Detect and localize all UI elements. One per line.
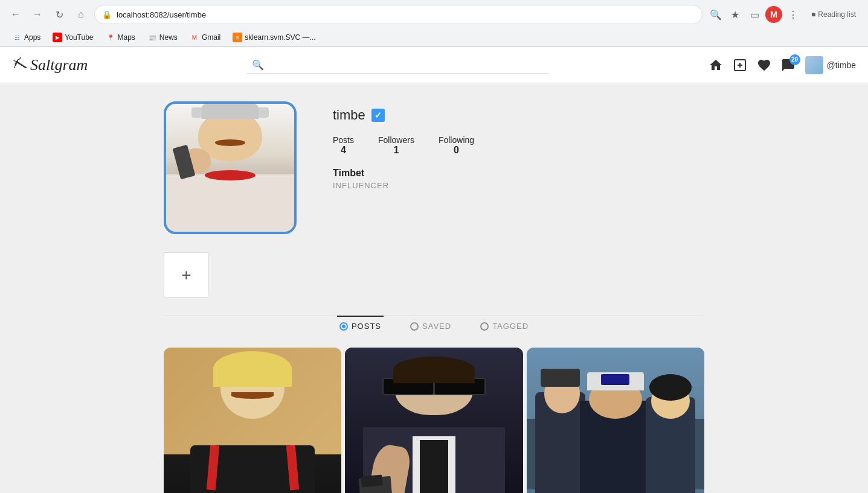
add-icon: [733, 58, 747, 72]
tab-tagged[interactable]: Tagged: [478, 316, 531, 336]
more-options-button[interactable]: ⋮: [785, 6, 802, 23]
stat-followers-value: 1: [378, 145, 414, 156]
search-icon: 🔍: [252, 59, 264, 71]
lock-icon: 🔒: [102, 10, 112, 19]
profile-username: timbe: [333, 107, 365, 123]
posts-tabs: Posts Saved Tagged: [164, 316, 704, 336]
browser-right-icons: 🔍 ★ ▭ M ⋮: [707, 6, 802, 23]
add-post-area: +: [164, 252, 704, 297]
search-input[interactable]: [269, 60, 544, 69]
profile-picture-wrapper: [164, 101, 297, 234]
profile-top: timbe ✓ Posts 4 Followers 1 Following 0: [164, 101, 704, 234]
maps-favicon-icon: 📍: [106, 33, 115, 42]
app-header: ⛏ Saltgram 🔍 20: [0, 47, 868, 83]
header-actions: 20 @timbe: [709, 56, 856, 74]
gmail-favicon-icon: M: [190, 33, 199, 42]
stat-posts-value: 4: [333, 145, 354, 156]
profile-picture: [164, 101, 297, 234]
bookmark-maps-label: Maps: [118, 33, 135, 42]
bookmark-apps[interactable]: ☷ Apps: [7, 30, 45, 45]
profile-role: INFLUENCER: [333, 181, 704, 190]
tab-tagged-radio: [480, 322, 489, 331]
reading-list-label: Reading list: [818, 10, 856, 19]
bookmark-maps[interactable]: 📍 Maps: [101, 30, 140, 45]
stat-following: Following 0: [439, 135, 474, 156]
profile-container: timbe ✓ Posts 4 Followers 1 Following 0: [152, 101, 716, 493]
search-browser-button[interactable]: 🔍: [707, 6, 724, 23]
add-post-button[interactable]: +: [164, 252, 209, 297]
bookmark-news[interactable]: 📰 News: [143, 30, 182, 45]
profile-info: timbe ✓ Posts 4 Followers 1 Following 0: [333, 101, 704, 190]
sklearn-favicon-icon: S: [233, 33, 242, 42]
refresh-button[interactable]: ↻: [51, 6, 68, 23]
stat-posts: Posts 4: [333, 135, 354, 156]
bookmark-news-label: News: [159, 33, 178, 42]
browser-toolbar: ← → ↻ ⌂ 🔒 localhost:8082/user/timbe 🔍 ★ …: [0, 0, 868, 29]
add-post-plus-icon: +: [181, 266, 191, 285]
stat-followers-label: Followers: [378, 135, 414, 145]
address-text: localhost:8082/user/timbe: [117, 10, 695, 19]
extensions-button[interactable]: ▭: [746, 6, 763, 23]
home-nav-button[interactable]: ⌂: [72, 6, 89, 23]
profile-username-row: timbe ✓: [333, 107, 704, 123]
post-item[interactable]: [527, 348, 704, 493]
reading-list-icon: ■: [811, 10, 815, 19]
tab-posts-label: Posts: [352, 322, 381, 331]
bookmark-youtube-label: YouTube: [65, 33, 93, 42]
bookmark-gmail[interactable]: M Gmail: [185, 30, 225, 45]
user-profile-button[interactable]: @timbe: [805, 56, 856, 74]
profile-display-name: Timbet: [333, 168, 704, 179]
forward-button[interactable]: →: [29, 6, 46, 23]
chrome-profile-avatar[interactable]: M: [765, 6, 782, 23]
messages-button[interactable]: 20: [781, 58, 796, 72]
posts-grid: [164, 348, 704, 493]
tab-saved[interactable]: Saved: [408, 316, 454, 336]
tab-saved-radio: [410, 322, 419, 331]
stat-posts-label: Posts: [333, 135, 354, 145]
apps-favicon-icon: ☷: [12, 33, 22, 42]
bookmark-apps-label: Apps: [24, 33, 40, 42]
logo-icon: ⛏: [10, 54, 29, 75]
post-item[interactable]: [164, 348, 341, 493]
heart-icon: [757, 58, 771, 72]
bookmark-sklearn[interactable]: S sklearn.svm.SVC —...: [228, 30, 320, 45]
browser-chrome: ← → ↻ ⌂ 🔒 localhost:8082/user/timbe 🔍 ★ …: [0, 0, 868, 47]
verified-badge: ✓: [371, 109, 385, 122]
profile-stats: Posts 4 Followers 1 Following 0: [333, 135, 704, 156]
home-button[interactable]: [709, 58, 723, 72]
username-display: @timbe: [827, 60, 856, 70]
tab-posts[interactable]: Posts: [337, 316, 384, 336]
youtube-favicon-icon: ▶: [53, 33, 62, 42]
tab-tagged-label: Tagged: [492, 322, 529, 331]
tab-saved-label: Saved: [422, 322, 451, 331]
news-favicon-icon: 📰: [147, 33, 157, 42]
logo-text: Saltgram: [30, 56, 88, 74]
search-bar: 🔍: [247, 57, 549, 74]
stat-followers: Followers 1: [378, 135, 414, 156]
user-avatar: [805, 56, 823, 74]
back-button[interactable]: ←: [7, 6, 24, 23]
home-icon: [709, 58, 723, 72]
main-content: timbe ✓ Posts 4 Followers 1 Following 0: [0, 83, 868, 493]
tab-posts-radio: [339, 322, 348, 331]
stat-following-value: 0: [439, 145, 474, 156]
bookmark-gmail-label: Gmail: [202, 33, 220, 42]
notification-badge: 20: [789, 54, 800, 65]
stat-following-label: Following: [439, 135, 474, 145]
bookmarks-bar: ☷ Apps ▶ YouTube 📍 Maps 📰 News M Gmail S…: [0, 29, 868, 46]
app-logo[interactable]: ⛏ Saltgram: [12, 56, 88, 74]
add-post-header-button[interactable]: [733, 58, 747, 72]
likes-button[interactable]: [757, 58, 771, 72]
bookmark-sklearn-label: sklearn.svm.SVC —...: [245, 33, 315, 42]
bookmark-star-button[interactable]: ★: [727, 6, 744, 23]
address-bar[interactable]: 🔒 localhost:8082/user/timbe: [94, 5, 702, 24]
post-item[interactable]: [345, 348, 522, 493]
bookmark-youtube[interactable]: ▶ YouTube: [48, 30, 98, 45]
reading-list-button[interactable]: ■ Reading list: [806, 8, 861, 21]
